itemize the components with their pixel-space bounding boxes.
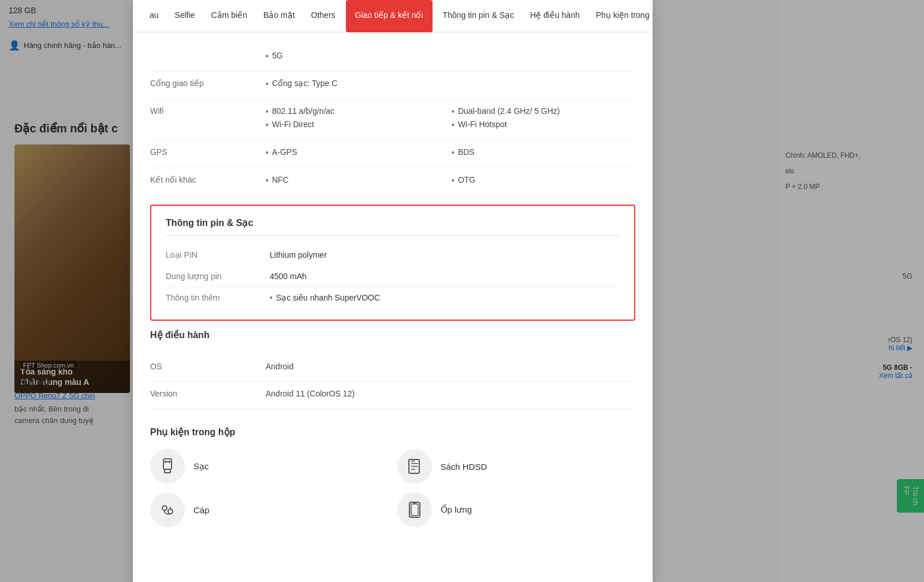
os-col: Android: [266, 362, 635, 375]
nfc: NFC: [266, 175, 449, 185]
gps-col-left: A-GPS: [266, 147, 449, 161]
version-label: Version: [150, 389, 266, 398]
cap-svg: [159, 501, 176, 518]
svg-rect-15: [411, 504, 418, 516]
svg-point-11: [168, 509, 173, 514]
ket-noi-col-left: NFC: [266, 175, 449, 188]
version-values: Android 11 (ColorOS 12): [266, 389, 635, 402]
gps-row: GPS A-GPS BDS: [150, 140, 635, 168]
op-lung-label: Ốp lưng: [441, 505, 472, 515]
tab-giao-tiep[interactable]: Giao tiếp & kết nối: [346, 0, 433, 32]
dung-luong-value: 4500 mAh: [270, 272, 307, 281]
sac-label: Sạc: [193, 461, 209, 472]
thong-tin-them-row: Thông tin thêm Sạc siêu nhanh SuperVOOC: [166, 287, 620, 308]
accessories-section: Phụ kiện trong hộp Sạc: [150, 427, 635, 527]
ket-noi-col-right: OTG: [452, 175, 635, 188]
ket-noi-khac-row: Kết nối khác NFC OTG: [150, 168, 635, 196]
tab-selfie[interactable]: Selfie: [167, 0, 203, 32]
wifi-col-right: Dual-band (2.4 GHz/ 5 GHz) Wi-Fi Hotspot: [452, 106, 635, 133]
cong-giao-tiep-col: Cổng sạc: Type C: [266, 79, 635, 92]
loai-pin-label: Loại PIN: [166, 250, 270, 260]
cong-sac: Cổng sạc: Type C: [266, 79, 635, 88]
sach-hdsd-svg: [406, 458, 423, 475]
cong-giao-tiep-row: Cổng giao tiếp Cổng sạc: Type C: [150, 72, 635, 99]
loai-pin-row: Loại PIN Lithium polymer: [166, 244, 620, 266]
ket-noi-khac-values: NFC OTG: [266, 175, 635, 188]
sac-svg: [159, 458, 176, 475]
wifi-values: 802.11 a/b/g/n/ac Wi-Fi Direct Dual-band…: [266, 106, 635, 133]
cong-giao-tiep-label: Cổng giao tiếp: [150, 79, 266, 88]
modal-content: 5G Cổng giao tiếp Cổng sạc: Type C Wifi …: [133, 32, 653, 556]
version-value: Android 11 (ColorOS 12): [266, 389, 635, 398]
network-values: 5G: [266, 51, 635, 64]
sach-hdsd-icon-circle: [397, 449, 432, 484]
op-lung-icon-circle: [397, 492, 432, 527]
accessory-sac: Sạc: [150, 449, 389, 484]
sach-hdsd-label: Sách HDSD: [441, 462, 487, 472]
battery-highlight-box: Thông tin pin & Sạc Loại PIN Lithium pol…: [150, 205, 635, 321]
os-row: OS Android: [150, 355, 635, 382]
battery-section-title: Thông tin pin & Sạc: [166, 217, 620, 236]
os-section-title: Hệ điều hành: [150, 329, 635, 346]
os-label: OS: [150, 362, 266, 371]
gps-col-right: BDS: [452, 147, 635, 161]
os-section: Hệ điều hành OS Android Version Android …: [150, 329, 635, 409]
dung-luong-label: Dung lượng pin: [166, 272, 270, 281]
thong-tin-them-value: Sạc siêu nhanh SuperVOOC: [270, 293, 380, 302]
cap-icon-circle: [150, 492, 185, 527]
accessory-op-lung: Ốp lưng: [397, 492, 636, 527]
tab-others[interactable]: Others: [303, 0, 344, 32]
wifi-direct: Wi-Fi Direct: [266, 120, 449, 129]
agps: A-GPS: [266, 147, 449, 157]
accessories-title: Phụ kiện trong hộp: [150, 427, 635, 438]
tab-phu-kien[interactable]: Phụ kiện trong: [588, 0, 653, 32]
bds: BDS: [452, 147, 635, 157]
svg-rect-16: [413, 502, 416, 503]
gps-values: A-GPS BDS: [266, 147, 635, 161]
os-value: Android: [266, 362, 635, 371]
ket-noi-khac-label: Kết nối khác: [150, 175, 266, 184]
network-col-left: 5G: [266, 51, 635, 64]
os-values: Android: [266, 362, 635, 375]
wifi-label: Wifi: [150, 106, 266, 116]
gps-label: GPS: [150, 147, 266, 157]
tabs-bar: au Selfie Cảm biến Bảo mật Others Giao t…: [133, 0, 653, 32]
cap-label: Cáp: [193, 505, 210, 515]
wifi-col-left: 802.11 a/b/g/n/ac Wi-Fi Direct: [266, 106, 449, 133]
svg-rect-0: [163, 459, 172, 469]
otg: OTG: [452, 175, 635, 185]
tab-au[interactable]: au: [141, 0, 167, 32]
op-lung-svg: [406, 501, 423, 518]
network-row: 5G: [150, 44, 635, 72]
wifi-hotspot: Wi-Fi Hotspot: [452, 120, 635, 129]
sac-icon-circle: [150, 449, 185, 484]
dung-luong-row: Dung lượng pin 4500 mAh: [166, 266, 620, 287]
network-5g: 5G: [266, 51, 635, 61]
tab-cam-bien[interactable]: Cảm biến: [203, 0, 255, 32]
modal: au Selfie Cảm biến Bảo mật Others Giao t…: [133, 0, 653, 582]
version-row: Version Android 11 (ColorOS 12): [150, 382, 635, 409]
wifi-row: Wifi 802.11 a/b/g/n/ac Wi-Fi Direct Dual…: [150, 99, 635, 140]
accessory-cap: Cáp: [150, 492, 389, 527]
tab-thong-tin-pin[interactable]: Thông tin pin & Sạc: [435, 0, 522, 32]
wifi-dualband: Dual-band (2.4 GHz/ 5 GHz): [452, 106, 635, 116]
thong-tin-them-label: Thông tin thêm: [166, 293, 270, 302]
accessory-sach-hdsd: Sách HDSD: [397, 449, 636, 484]
wifi-standard: 802.11 a/b/g/n/ac: [266, 106, 449, 116]
svg-rect-1: [165, 469, 170, 473]
cong-giao-tiep-values: Cổng sạc: Type C: [266, 79, 635, 92]
tab-he-dieu-hanh[interactable]: Hệ điều hành: [522, 0, 588, 32]
accessories-grid: Sạc Sách HDSD: [150, 449, 635, 527]
loai-pin-value: Lithium polymer: [270, 250, 327, 260]
svg-point-10: [162, 506, 167, 510]
version-col: Android 11 (ColorOS 12): [266, 389, 635, 402]
tab-bao-mat[interactable]: Bảo mật: [255, 0, 303, 32]
